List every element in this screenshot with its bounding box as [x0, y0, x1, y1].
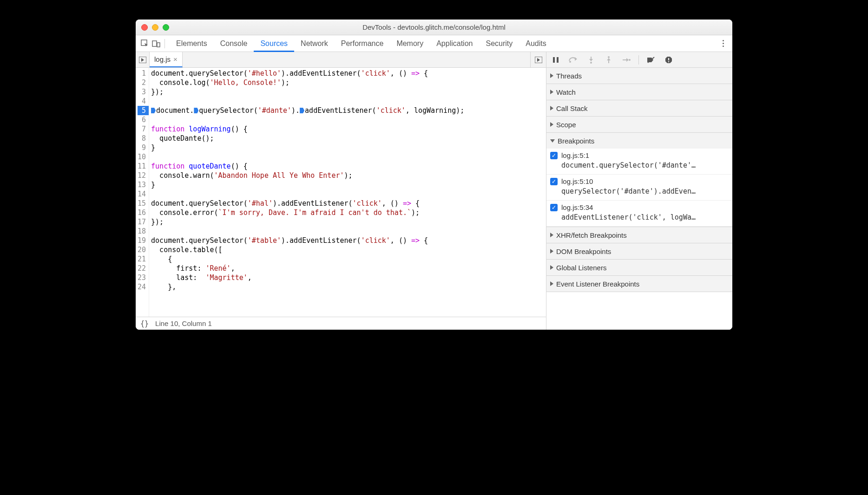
breakpoint-marker-icon[interactable] — [300, 108, 304, 113]
tab-sources[interactable]: Sources — [254, 35, 294, 52]
code-line[interactable]: { — [151, 254, 544, 264]
breakpoint-checkbox[interactable]: ✓ — [550, 204, 558, 211]
svg-point-10 — [629, 59, 631, 61]
line-number[interactable]: 18 — [138, 227, 146, 236]
line-number[interactable]: 22 — [138, 264, 146, 273]
line-number[interactable]: 1 — [138, 69, 146, 78]
code-line[interactable] — [151, 152, 544, 162]
line-number[interactable]: 24 — [138, 282, 146, 292]
step-into-icon[interactable] — [585, 54, 597, 65]
code-line[interactable] — [151, 115, 544, 124]
line-number[interactable]: 10 — [138, 152, 146, 162]
breakpoint-checkbox[interactable]: ✓ — [550, 178, 558, 185]
line-number[interactable]: 2 — [138, 78, 146, 87]
expand-icon — [550, 249, 553, 254]
code-line[interactable]: document.querySelector('#hello').addEven… — [151, 69, 544, 78]
code-line[interactable]: }, — [151, 282, 544, 292]
device-toolbar-icon[interactable] — [151, 38, 162, 49]
breakpoint-marker-icon[interactable] — [194, 108, 198, 113]
pane-scope[interactable]: Scope — [546, 117, 732, 132]
code-line[interactable] — [151, 189, 544, 199]
code-line[interactable]: function quoteDante() { — [151, 162, 544, 171]
svg-point-7 — [569, 61, 571, 63]
breakpoint-marker-icon[interactable] — [151, 108, 156, 113]
file-tab-logjs[interactable]: log.js × — [150, 52, 183, 67]
code-line[interactable]: } — [151, 180, 544, 189]
pane-watch[interactable]: Watch — [546, 84, 732, 100]
tab-elements[interactable]: Elements — [170, 35, 214, 52]
tab-security[interactable]: Security — [479, 35, 519, 52]
tab-memory[interactable]: Memory — [390, 35, 430, 52]
breakpoint-item[interactable]: ✓log.js:5:10querySelector('#dante').addE… — [546, 175, 732, 201]
line-number[interactable]: 15 — [138, 199, 146, 208]
pane-callstack[interactable]: Call Stack — [546, 100, 732, 116]
line-number[interactable]: 17 — [138, 217, 146, 227]
svg-rect-2 — [157, 43, 160, 47]
code-line[interactable]: document.querySelector('#hal').addEventL… — [151, 199, 544, 208]
code-editor[interactable]: 123456789101112131415161718192021222324 … — [136, 68, 546, 317]
pane-dom-breakpoints[interactable]: DOM Breakpoints — [546, 243, 732, 259]
line-number[interactable]: 9 — [138, 143, 146, 152]
expand-icon — [550, 122, 553, 127]
line-gutter[interactable]: 123456789101112131415161718192021222324 — [136, 68, 149, 317]
inspect-element-icon[interactable] — [139, 38, 151, 49]
code-line[interactable]: console.log('Hello, Console!'); — [151, 78, 544, 87]
tab-network[interactable]: Network — [294, 35, 335, 52]
code-line[interactable]: first: 'René', — [151, 264, 544, 273]
breakpoint-item[interactable]: ✓log.js:5:34addEventListener('click', lo… — [546, 201, 732, 227]
pane-event-listener-breakpoints[interactable]: Event Listener Breakpoints — [546, 276, 732, 292]
code-line[interactable]: }); — [151, 217, 544, 227]
code-line[interactable]: function logWarning() { — [151, 124, 544, 134]
line-number[interactable]: 7 — [138, 124, 146, 134]
step-out-icon[interactable] — [603, 54, 614, 65]
line-number[interactable]: 21 — [138, 254, 146, 264]
line-number[interactable]: 19 — [138, 236, 146, 245]
line-number[interactable]: 13 — [138, 180, 146, 189]
tab-performance[interactable]: Performance — [335, 35, 390, 52]
pane-global-listeners[interactable]: Global Listeners — [546, 260, 732, 275]
more-tabs-icon[interactable] — [530, 52, 546, 67]
pane-threads[interactable]: Threads — [546, 68, 732, 84]
code-area[interactable]: document.querySelector('#hello').addEven… — [149, 68, 546, 317]
code-line[interactable] — [151, 97, 544, 106]
code-line[interactable]: document.querySelector('#table').addEven… — [151, 236, 544, 245]
line-number[interactable]: 20 — [138, 245, 146, 254]
line-number[interactable]: 3 — [138, 87, 146, 97]
line-number[interactable]: 14 — [138, 189, 146, 199]
tab-audits[interactable]: Audits — [519, 35, 552, 52]
line-number[interactable]: 5 — [138, 106, 149, 115]
code-line[interactable] — [151, 227, 544, 236]
code-line[interactable]: console.error(`I'm sorry, Dave. I'm afra… — [151, 208, 544, 217]
code-line[interactable]: quoteDante(); — [151, 134, 544, 143]
close-tab-icon[interactable]: × — [173, 55, 178, 63]
more-options-icon[interactable] — [717, 38, 729, 49]
step-icon[interactable] — [621, 54, 632, 65]
code-line[interactable]: last: 'Magritte', — [151, 273, 544, 282]
line-number[interactable]: 4 — [138, 97, 146, 106]
pretty-print-icon[interactable]: {} — [140, 319, 149, 328]
line-number[interactable]: 6 — [138, 115, 146, 124]
breakpoint-snippet: document.querySelector('#dante'… — [561, 161, 729, 169]
code-line[interactable]: console.warn('Abandon Hope All Ye Who En… — [151, 171, 544, 180]
pane-breakpoints[interactable]: Breakpoints — [546, 133, 732, 149]
tab-application[interactable]: Application — [430, 35, 479, 52]
line-number[interactable]: 8 — [138, 134, 146, 143]
line-number[interactable]: 12 — [138, 171, 146, 180]
code-line[interactable]: }); — [151, 87, 544, 97]
line-number[interactable]: 11 — [138, 162, 146, 171]
code-line[interactable]: console.table([ — [151, 245, 544, 254]
pause-icon[interactable] — [550, 54, 561, 65]
editor-statusbar: {} Line 10, Column 1 — [136, 317, 546, 330]
show-navigator-icon[interactable] — [136, 52, 150, 67]
breakpoint-item[interactable]: ✓log.js:5:1document.querySelector('#dant… — [546, 149, 732, 175]
code-line[interactable]: } — [151, 143, 544, 152]
pane-xhr-breakpoints[interactable]: XHR/fetch Breakpoints — [546, 227, 732, 243]
pause-on-exceptions-icon[interactable] — [663, 54, 674, 65]
line-number[interactable]: 23 — [138, 273, 146, 282]
line-number[interactable]: 16 — [138, 208, 146, 217]
step-over-icon[interactable] — [568, 54, 579, 65]
code-line[interactable]: document.querySelector('#dante').addEven… — [151, 106, 544, 115]
tab-console[interactable]: Console — [214, 35, 254, 52]
breakpoint-checkbox[interactable]: ✓ — [550, 152, 558, 159]
deactivate-breakpoints-icon[interactable] — [645, 54, 657, 65]
